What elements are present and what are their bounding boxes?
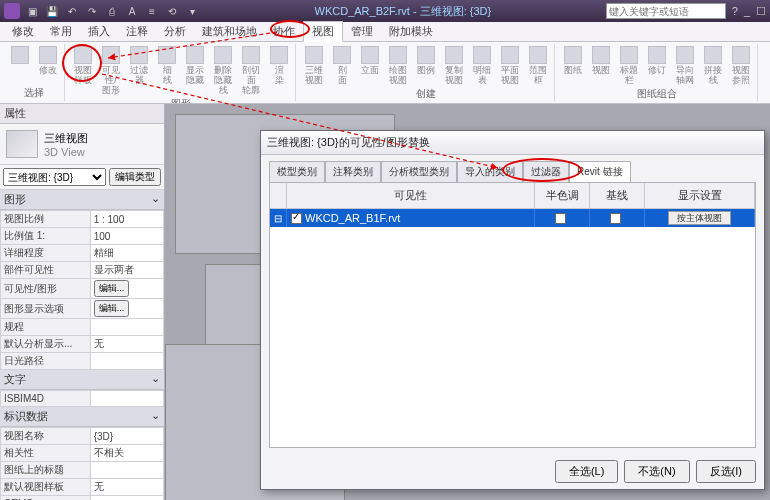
ribbon-显示隐藏[interactable]: 显示隐藏 xyxy=(182,44,208,96)
prop-group-text[interactable]: 文字⌄ xyxy=(0,370,164,390)
invert-selection-button[interactable]: 反选(I) xyxy=(696,460,756,483)
edit-button[interactable]: 编辑... xyxy=(94,280,130,297)
ribbon-剖切面轮廓[interactable]: 剖切面轮廓 xyxy=(238,44,264,96)
dialog-tab-0[interactable]: 模型类别 xyxy=(269,161,325,182)
dialog-tab-1[interactable]: 注释类别 xyxy=(325,161,381,182)
col-halftone: 半色调 xyxy=(535,183,590,208)
menu-插入[interactable]: 插入 xyxy=(80,22,118,41)
dialog-tab-2[interactable]: 分析模型类别 xyxy=(381,161,457,182)
menu-分析[interactable]: 分析 xyxy=(156,22,194,41)
titlebar: ▣ 💾 ↶ ↷ ⎙ A ≡ ⟲ ▾ WKCD_AR_B2F.rvt - 三维视图… xyxy=(0,0,770,22)
ribbon-绘图视图[interactable]: 绘图视图 xyxy=(385,44,411,86)
menu-视图[interactable]: 视图 xyxy=(303,21,343,42)
ribbon-删除隐藏线[interactable]: 删除隐藏线 xyxy=(210,44,236,96)
menu-常用[interactable]: 常用 xyxy=(42,22,80,41)
prop-row[interactable]: 视图名称{3D} xyxy=(1,428,164,445)
dialog-tab-4[interactable]: 过滤器 xyxy=(523,161,569,182)
select-all-button[interactable]: 全选(L) xyxy=(555,460,618,483)
view-cube-icon xyxy=(6,130,38,158)
prop-row[interactable]: CEMS xyxy=(1,496,164,501)
ribbon-可见性图形[interactable]: 可见性/图形 xyxy=(98,44,124,96)
row-checkbox[interactable] xyxy=(291,213,302,224)
prop-row[interactable]: 图形显示选项编辑... xyxy=(1,299,164,319)
undo-icon[interactable]: ↶ xyxy=(64,3,80,19)
prop-row[interactable]: 比例值 1:100 xyxy=(1,228,164,245)
prop-row[interactable]: 详细程度精细 xyxy=(1,245,164,262)
ribbon-图例[interactable]: 图例 xyxy=(413,44,439,86)
ribbon-三维视图[interactable]: 三维视图 xyxy=(301,44,327,86)
prop-group-iddata[interactable]: 标识数据⌄ xyxy=(0,407,164,427)
prop-row[interactable]: 视图比例1 : 100 xyxy=(1,211,164,228)
measure-icon[interactable]: ≡ xyxy=(144,3,160,19)
ribbon-修订[interactable]: 修订 xyxy=(644,44,670,86)
menu-协作[interactable]: 协作 xyxy=(265,22,303,41)
col-visibility: 可见性 xyxy=(287,183,535,208)
row-name: WKCD_AR_B1F.rvt xyxy=(305,212,400,224)
ribbon-修改[interactable]: 修改 xyxy=(35,44,61,85)
ribbon-渲染[interactable]: 渲染 xyxy=(266,44,292,96)
dialog-tab-5[interactable]: Revit 链接 xyxy=(569,161,631,182)
help-icon[interactable]: ? xyxy=(732,5,738,18)
dialog-tab-3[interactable]: 导入的类别 xyxy=(457,161,523,182)
search-input[interactable] xyxy=(606,3,726,19)
ribbon-剖面[interactable]: 剖面 xyxy=(329,44,355,86)
prop-row[interactable]: 部件可见性显示两者 xyxy=(1,262,164,279)
prop-row[interactable]: 可见性/图形编辑... xyxy=(1,279,164,299)
ribbon-过滤器[interactable]: 过滤器 xyxy=(126,44,152,96)
menu-注释[interactable]: 注释 xyxy=(118,22,156,41)
print-icon[interactable]: ⎙ xyxy=(104,3,120,19)
prop-row[interactable]: 图纸上的标题 xyxy=(1,462,164,479)
ribbon-立面[interactable]: 立面 xyxy=(357,44,383,86)
quick-access-toolbar: ▣ 💾 ↶ ↷ ⎙ A ≡ ⟲ ▾ xyxy=(24,3,200,19)
ribbon-视图[interactable]: 视图 xyxy=(588,44,614,86)
ribbon-group-label: 图形 xyxy=(171,96,191,104)
ribbon-导向轴网[interactable]: 导向轴网 xyxy=(672,44,698,86)
menu-strip: 修改常用插入注释分析建筑和场地协作视图管理附加模块 xyxy=(0,22,770,42)
maximize-icon[interactable]: ☐ xyxy=(756,5,766,18)
ribbon-视图参照[interactable]: 视图参照 xyxy=(728,44,754,86)
app-icon[interactable] xyxy=(4,3,20,19)
prop-row[interactable]: 默认视图样板无 xyxy=(1,479,164,496)
prop-group-graphics[interactable]: 图形⌄ xyxy=(0,190,164,210)
ribbon-标题栏[interactable]: 标题栏 xyxy=(616,44,642,86)
menu-附加模块[interactable]: 附加模块 xyxy=(381,22,441,41)
ribbon-item[interactable] xyxy=(7,44,33,85)
prop-row[interactable]: 日光路径 xyxy=(1,353,164,370)
edit-button[interactable]: 编辑... xyxy=(94,300,130,317)
menu-修改[interactable]: 修改 xyxy=(4,22,42,41)
save-icon[interactable]: 💾 xyxy=(44,3,60,19)
prop-row[interactable]: 相关性不相关 xyxy=(1,445,164,462)
prop-row[interactable]: ISBIM4D xyxy=(1,391,164,407)
text-icon[interactable]: A xyxy=(124,3,140,19)
ribbon-视图样板[interactable]: 视图样板 xyxy=(70,44,96,96)
minimize-icon[interactable]: _ xyxy=(744,5,750,18)
display-setting-button[interactable]: 按主体视图 xyxy=(668,211,731,225)
ribbon-范围框[interactable]: 范围框 xyxy=(525,44,551,86)
prop-row[interactable]: 规程 xyxy=(1,319,164,336)
prop-row[interactable]: 默认分析显示...无 xyxy=(1,336,164,353)
ribbon-复制视图[interactable]: 复制视图 xyxy=(441,44,467,86)
ribbon-细线[interactable]: 细线 xyxy=(154,44,180,96)
col-underlay: 基线 xyxy=(590,183,645,208)
redo-icon[interactable]: ↷ xyxy=(84,3,100,19)
ribbon-group-label: 选择 xyxy=(24,85,44,101)
underlay-checkbox[interactable] xyxy=(610,213,621,224)
ribbon-平面视图[interactable]: 平面视图 xyxy=(497,44,523,86)
ribbon-group-label: 创建 xyxy=(416,86,436,102)
properties-panel: 属性 三维视图 3D View 三维视图: {3D} 编辑类型 图形⌄视图比例1… xyxy=(0,104,165,500)
select-none-button[interactable]: 不选(N) xyxy=(624,460,689,483)
open-icon[interactable]: ▣ xyxy=(24,3,40,19)
dialog-title: 三维视图: {3D}的可见性/图形替换 xyxy=(261,131,764,155)
menu-管理[interactable]: 管理 xyxy=(343,22,381,41)
view-select[interactable]: 三维视图: {3D} xyxy=(3,168,106,186)
dropdown-icon[interactable]: ▾ xyxy=(184,3,200,19)
menu-建筑和场地[interactable]: 建筑和场地 xyxy=(194,22,265,41)
edit-type-button[interactable]: 编辑类型 xyxy=(109,168,161,186)
sync-icon[interactable]: ⟲ xyxy=(164,3,180,19)
view-type-label: 三维视图 xyxy=(44,131,88,146)
ribbon-图纸[interactable]: 图纸 xyxy=(560,44,586,86)
ribbon-明细表[interactable]: 明细表 xyxy=(469,44,495,86)
ribbon-拼接线[interactable]: 拼接线 xyxy=(700,44,726,86)
halftone-checkbox[interactable] xyxy=(555,213,566,224)
link-row[interactable]: ⊟ WKCD_AR_B1F.rvt 按主体视图 xyxy=(270,209,755,227)
